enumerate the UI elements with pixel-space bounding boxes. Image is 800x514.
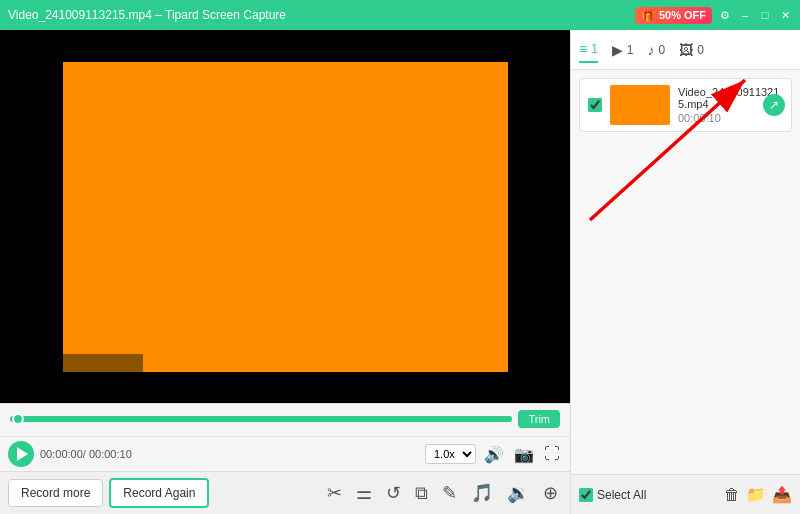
close-button[interactable]: ✕ [778,8,792,22]
file-list: Video_241009113215.mp4 00:00:10 ↗ [571,70,800,474]
tab-video[interactable]: ▶ 1 [612,38,634,62]
delete-button[interactable]: 🗑 [724,485,740,504]
copy-icon[interactable]: ⧉ [411,483,432,504]
record-again-button[interactable]: Record Again [109,478,209,508]
list-tab-icon: ≡ [579,41,587,57]
right-panel: ≡ 1 ▶ 1 ♪ 0 🖼 0 Video_241009113215 [570,30,800,514]
export-all-button[interactable]: 📤 [772,485,792,504]
audio-tab-icon: ♪ [648,42,655,58]
promo-badge[interactable]: 🎁 50% OFF [635,7,712,24]
tab-audio[interactable]: ♪ 0 [648,38,666,62]
file-export-button[interactable]: ↗ [763,94,785,116]
main-container: Trim 00:00:00/ 00:00:10 1.0x 0.5x 1.5x 2… [0,30,800,514]
folder-button[interactable]: 📁 [746,485,766,504]
minimize-button[interactable]: – [738,8,752,22]
controls-bar: 00:00:00/ 00:00:10 1.0x 0.5x 1.5x 2.0x 🔊… [0,436,570,471]
timeline-handle[interactable] [12,413,24,425]
tab-list[interactable]: ≡ 1 [579,37,598,63]
video-tab-icon: ▶ [612,42,623,58]
record-more-button[interactable]: Record more [8,479,103,507]
list-item: Video_241009113215.mp4 00:00:10 ↗ [579,78,792,132]
title-bar: Video_241009113215.mp4 – Tipard Screen C… [0,0,800,30]
tab-image[interactable]: 🖼 0 [679,38,704,62]
video-bottom-bar [63,354,143,372]
audio-edit-icon[interactable]: 🎵 [467,482,497,504]
maximize-button[interactable]: □ [758,8,772,22]
camera-icon[interactable]: 📷 [512,445,536,464]
play-icon [17,447,28,461]
gift-icon: 🎁 [641,9,655,22]
timeline-track[interactable] [10,416,512,422]
volume-adjust-icon[interactable]: 🔉 [503,482,533,504]
promo-text: 50% OFF [659,9,706,21]
select-all-label: Select All [597,488,646,502]
fullscreen-icon[interactable]: ⛶ [542,445,562,463]
rotate-icon[interactable]: ↺ [382,482,405,504]
timeline-progress [10,416,512,422]
trim-button[interactable]: Trim [518,410,560,428]
file-checkbox[interactable] [588,98,602,112]
right-bottom-bar: Select All 🗑 📁 📤 [571,474,800,514]
action-bar: Record more Record Again ✂ ⚌ ↺ ⧉ ✎ 🎵 🔉 ⊕ [0,471,570,514]
adjust-icon[interactable]: ⚌ [352,482,376,504]
right-tools: 🗑 📁 📤 [724,485,792,504]
video-area [0,30,570,403]
settings-icon[interactable]: ⚙ [718,8,732,22]
more-icon[interactable]: ⊕ [539,482,562,504]
video-frame [63,62,508,372]
play-button[interactable] [8,441,34,467]
left-panel: Trim 00:00:00/ 00:00:10 1.0x 0.5x 1.5x 2… [0,30,570,514]
cut-icon[interactable]: ✂ [323,482,346,504]
file-thumbnail [610,85,670,125]
edit-icon[interactable]: ✎ [438,482,461,504]
select-all-checkbox[interactable] [579,488,593,502]
volume-icon[interactable]: 🔊 [482,445,506,464]
timeline-area: Trim [0,403,570,436]
app-title: Video_241009113215.mp4 – Tipard Screen C… [8,8,286,22]
speed-select[interactable]: 1.0x 0.5x 1.5x 2.0x [425,444,476,464]
time-display: 00:00:00/ 00:00:10 [40,448,132,460]
image-tab-icon: 🖼 [679,42,693,58]
tab-bar: ≡ 1 ▶ 1 ♪ 0 🖼 0 [571,30,800,70]
timeline-bar: Trim [10,410,560,428]
select-all-area[interactable]: Select All [579,488,646,502]
